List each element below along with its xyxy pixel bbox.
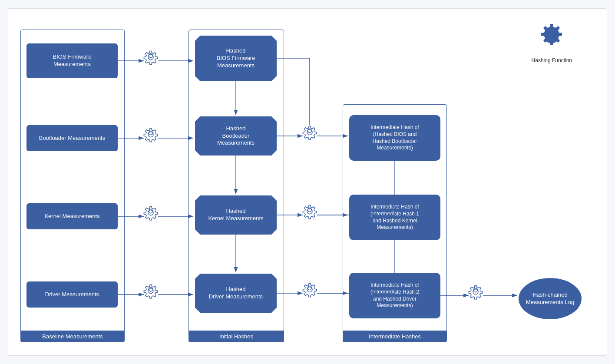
kernel-input: Kernel Measurements [26,203,118,229]
initial-label: Initial Hashes [189,331,284,342]
bios-input: BIOS FirmwareMeasurements [26,43,118,78]
svg-point-5 [149,131,153,135]
hashed-bootloader: HashedBootloaderMeasurements [195,116,277,156]
hashed-bios: HashedBIOS FirmwareMeasurements [195,36,277,81]
legend-label: Hashing Function [532,57,572,63]
hashed-kernel: HashedKernel Measurements [195,195,277,235]
driver-input: Driver Measurements [26,281,118,308]
inter-hash-1: Intermediate Hash of(Hashed BIOS andHash… [349,115,440,161]
inter-hash-2: Intermediate Hash of(Intermediate Hash 1… [349,195,440,240]
legend-gear-icon [536,22,567,54]
bootloader-input: Bootloader Measurements [26,125,118,151]
svg-point-2 [149,54,153,58]
svg-point-8 [149,209,153,213]
hashed-driver: HashedDriver Measurements [195,274,277,313]
svg-point-11 [149,288,153,291]
final-output: Hash-chainedMeasurements Log [519,278,582,319]
svg-point-27 [308,286,312,290]
svg-point-32 [474,288,478,292]
intermediate-label: Intermediate Hashes [343,331,446,342]
svg-point-17 [308,129,312,133]
inter-hash-3: Intermediate Hash of(Intermediate Hash 2… [349,273,440,318]
svg-point-22 [308,208,312,212]
diagram-container: Baseline Measurements Initial Hashes Int… [8,8,607,356]
legend: Hashing Function [532,22,572,63]
baseline-label: Baseline Measurements [21,331,124,342]
